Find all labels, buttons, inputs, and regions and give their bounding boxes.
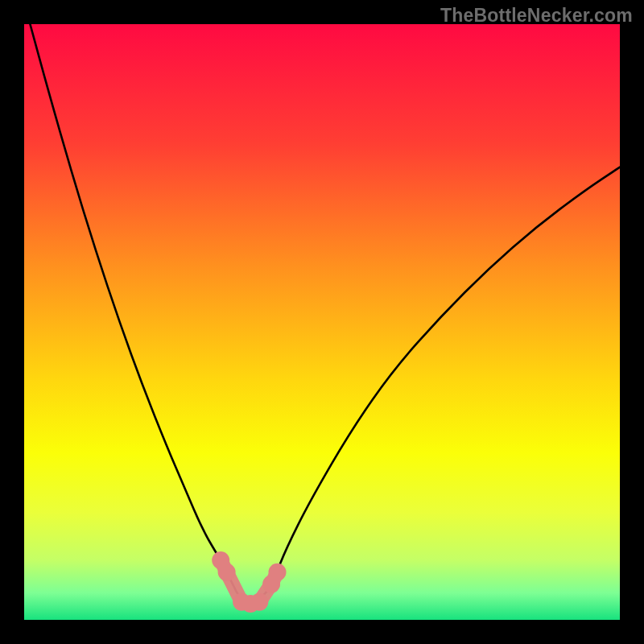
marker-dot	[250, 593, 268, 611]
bottleneck-chart	[24, 24, 620, 620]
gradient-background	[24, 24, 620, 620]
marker-dot	[218, 564, 236, 581]
plot-area	[24, 24, 620, 620]
watermark-text: TheBottleNecker.com	[440, 5, 633, 27]
chart-frame: TheBottleNecker.com	[0, 0, 644, 644]
marker-dot	[269, 564, 287, 581]
